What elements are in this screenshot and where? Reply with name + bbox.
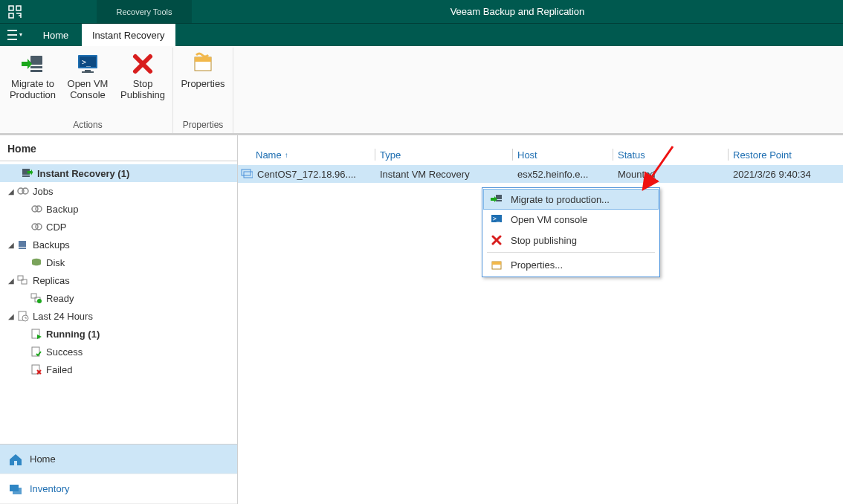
migrate-to-production-button[interactable]: Migrate to Production xyxy=(9,51,56,101)
cdp-icon xyxy=(30,220,43,233)
app-title: Veeam Backup and Replication xyxy=(192,0,843,23)
svg-marker-10 xyxy=(22,59,32,69)
svg-rect-49 xyxy=(496,195,502,199)
cell-host: esx52.heinfo.e... xyxy=(517,169,588,180)
ctx-label: Migrate to production... xyxy=(511,194,610,205)
tree-label: Jobs xyxy=(33,186,53,197)
tree-backup[interactable]: Backup xyxy=(0,200,237,218)
svg-rect-7 xyxy=(30,56,42,65)
migrate-icon xyxy=(490,193,503,206)
svg-marker-6 xyxy=(19,33,22,36)
col-header-name[interactable]: Name↑ xyxy=(238,144,375,165)
tree-success[interactable]: Success xyxy=(0,343,237,361)
cell-status: Mounted xyxy=(618,169,656,180)
svg-rect-21 xyxy=(22,175,30,177)
tree-replicas[interactable]: ◢ Replicas xyxy=(0,271,237,289)
tree-running[interactable]: Running (1) xyxy=(0,325,237,343)
migrate-label-2: Production xyxy=(10,90,56,101)
ribbon: Migrate to Production >_ Open VM Console… xyxy=(0,46,843,134)
ctx-open-vm-console[interactable]: >_ Open VM console xyxy=(484,209,658,230)
tree-backups[interactable]: ◢ Backups xyxy=(0,236,237,253)
tree-label: Last 24 Hours xyxy=(33,311,93,322)
backup-job-icon xyxy=(30,202,43,216)
svg-text:>_: >_ xyxy=(493,216,500,222)
tree-label: Failed xyxy=(46,364,72,375)
col-header-host[interactable]: Host xyxy=(513,144,613,165)
svg-rect-50 xyxy=(496,200,502,201)
tree-last24[interactable]: ◢ Last 24 Hours xyxy=(0,307,237,325)
context-menu: Migrate to production... >_ Open VM cons… xyxy=(482,187,660,277)
ctx-stop-publishing[interactable]: Stop publishing xyxy=(484,230,658,251)
ctx-migrate-to-production[interactable]: Migrate to production... xyxy=(483,189,659,210)
migrate-icon xyxy=(19,51,46,77)
console-icon: >_ xyxy=(74,51,101,77)
stop-icon xyxy=(490,233,503,247)
instant-recovery-icon xyxy=(21,167,34,180)
sort-asc-icon: ↑ xyxy=(285,151,288,159)
tree-label: Disk xyxy=(46,257,65,268)
tree-ready[interactable]: Ready xyxy=(0,289,237,307)
openvm-label-1: Open VM xyxy=(68,79,109,90)
context-tab-recovery-tools[interactable]: Recovery Tools xyxy=(97,0,192,23)
svg-rect-47 xyxy=(242,169,251,175)
file-menu[interactable] xyxy=(0,24,30,46)
last24-icon xyxy=(16,309,30,323)
svg-point-36 xyxy=(37,299,42,303)
ribbon-group-label-actions: Actions xyxy=(73,117,102,133)
disk-icon xyxy=(30,256,43,269)
tree-label: Backup xyxy=(46,204,78,215)
backups-icon xyxy=(16,238,30,251)
tree-jobs[interactable]: ◢ Jobs xyxy=(0,182,237,200)
properties-button[interactable]: Properties xyxy=(179,51,227,101)
tree-failed[interactable]: Failed xyxy=(0,361,237,378)
ctx-separator xyxy=(487,252,655,253)
cell-type: Instant VM Recovery xyxy=(380,169,470,180)
nav-inventory[interactable]: Inventory xyxy=(0,474,237,504)
stop-icon xyxy=(129,51,156,77)
titlebar: Recovery Tools Veeam Backup and Replicat… xyxy=(0,0,843,24)
tree-label: Running (1) xyxy=(46,329,100,340)
grid-header: Name↑ Type Host Status Restore Point xyxy=(238,144,843,165)
ctx-label: Stop publishing xyxy=(511,235,577,246)
nav-strip: Home Inventory xyxy=(0,444,237,504)
svg-rect-57 xyxy=(492,262,501,265)
ctx-label: Properties... xyxy=(511,259,563,271)
tree-label: Instant Recovery (1) xyxy=(37,168,129,179)
stop-publishing-button[interactable]: Stop Publishing xyxy=(119,51,167,101)
col-header-status[interactable]: Status xyxy=(613,144,729,165)
jobs-icon xyxy=(16,184,30,198)
tree-label: Success xyxy=(46,346,83,358)
tree-instant-recovery[interactable]: Instant Recovery (1) xyxy=(0,164,237,182)
svg-rect-8 xyxy=(30,66,42,68)
stop-label-2: Publishing xyxy=(120,90,165,101)
inventory-icon xyxy=(7,481,24,497)
tab-instant-recovery[interactable]: Instant Recovery xyxy=(82,24,175,46)
col-header-restore[interactable]: Restore Point xyxy=(729,144,843,165)
cell-name: CentOS7_172.18.96.... xyxy=(257,169,356,180)
col-header-type[interactable]: Type xyxy=(375,144,513,165)
ready-icon xyxy=(30,291,43,305)
tree-cdp[interactable]: CDP xyxy=(0,218,237,236)
nav-tree: Instant Recovery (1) ◢ Jobs Backup CDP ◢ xyxy=(0,161,237,444)
stop-label-1: Stop xyxy=(133,79,153,90)
cell-restore: 2021/3/26 9:40:34 xyxy=(733,169,811,180)
svg-rect-29 xyxy=(19,241,26,247)
failed-icon xyxy=(30,363,43,376)
svg-rect-48 xyxy=(244,172,253,178)
tree-label: Backups xyxy=(33,239,70,251)
grid-row[interactable]: CentOS7_172.18.96.... Instant VM Recover… xyxy=(238,165,843,183)
migrate-label-1: Migrate to xyxy=(11,79,54,90)
properties-label: Properties xyxy=(181,79,225,90)
svg-point-26 xyxy=(36,206,42,212)
running-icon xyxy=(30,327,43,340)
tree-disk[interactable]: Disk xyxy=(0,253,237,271)
nav-home[interactable]: Home xyxy=(0,445,237,474)
ctx-properties[interactable]: Properties... xyxy=(484,254,658,275)
tab-strip: Home Instant Recovery xyxy=(0,24,843,46)
tab-home[interactable]: Home xyxy=(30,24,82,46)
svg-rect-9 xyxy=(30,70,42,72)
console-icon: >_ xyxy=(490,213,503,226)
open-vm-console-button[interactable]: >_ Open VM Console xyxy=(64,51,112,101)
qat-icon[interactable] xyxy=(0,0,30,23)
svg-point-28 xyxy=(36,224,42,230)
